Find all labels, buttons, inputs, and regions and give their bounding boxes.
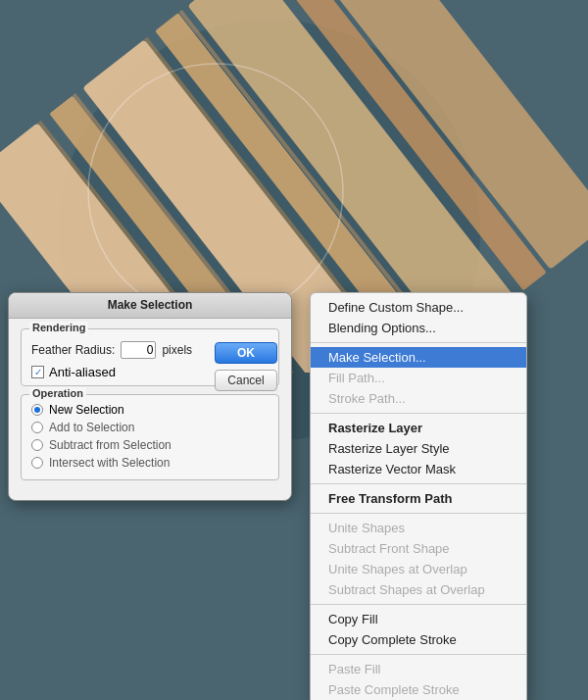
ok-button[interactable]: OK — [215, 342, 277, 364]
dialog-body: Rendering Feather Radius: pixels ✓ Anti-… — [9, 319, 291, 500]
radio-subtract-selection[interactable] — [31, 439, 43, 451]
operation-intersect-selection[interactable]: Intersect with Selection — [31, 456, 269, 470]
menu-separator-3 — [311, 483, 526, 484]
menu-separator-2 — [311, 413, 526, 414]
menu-rasterize-vector-mask[interactable]: Rasterize Vector Mask — [311, 459, 526, 479]
operation-label: Operation — [29, 387, 86, 399]
menu-separator-1 — [311, 342, 526, 343]
menu-paste-fill: Paste Fill — [311, 659, 526, 679]
menu-rasterize-layer[interactable]: Rasterize Layer — [311, 418, 526, 438]
menu-separator-6 — [311, 654, 526, 655]
feather-label: Feather Radius: — [31, 343, 115, 357]
feather-input[interactable] — [121, 341, 156, 359]
operation-new-selection[interactable]: New Selection — [31, 403, 269, 417]
menu-make-selection[interactable]: Make Selection... — [311, 347, 526, 368]
menu-copy-fill[interactable]: Copy Fill — [311, 609, 526, 629]
operation-subtract-selection[interactable]: Subtract from Selection — [31, 438, 269, 452]
dialog-title: Make Selection — [9, 293, 291, 319]
menu-unite-shapes: Unite Shapes — [311, 518, 526, 538]
menu-rasterize-layer-style[interactable]: Rasterize Layer Style — [311, 438, 526, 459]
menu-separator-4 — [311, 513, 526, 514]
menu-copy-complete-stroke[interactable]: Copy Complete Stroke — [311, 629, 526, 650]
menu-paste-complete-stroke: Paste Complete Stroke — [311, 679, 526, 700]
subtract-selection-label: Subtract from Selection — [49, 438, 172, 452]
menu-separator-5 — [311, 604, 526, 605]
menu-fill-path: Fill Path... — [311, 368, 526, 388]
make-selection-dialog: Make Selection Rendering Feather Radius:… — [8, 292, 292, 501]
radio-intersect-selection[interactable] — [31, 457, 43, 469]
menu-unite-shapes-overlap: Unite Shapes at Overlap — [311, 559, 526, 579]
new-selection-label: New Selection — [49, 403, 124, 417]
cancel-button[interactable]: Cancel — [215, 370, 277, 391]
menu-subtract-shapes-overlap: Subtract Shapes at Overlap — [311, 579, 526, 600]
menu-blending-options[interactable]: Blending Options... — [311, 318, 526, 338]
operation-add-selection[interactable]: Add to Selection — [31, 421, 269, 434]
add-selection-label: Add to Selection — [49, 421, 134, 434]
context-menu: Define Custom Shape... Blending Options.… — [310, 292, 527, 700]
dialog-buttons: OK Cancel — [215, 342, 277, 391]
feather-row: Feather Radius: pixels — [31, 341, 200, 359]
menu-free-transform-path[interactable]: Free Transform Path — [311, 488, 526, 509]
menu-stroke-path: Stroke Path... — [311, 388, 526, 409]
pixels-label: pixels — [162, 343, 192, 357]
anti-alias-label: Anti-aliased — [49, 365, 116, 379]
rendering-label: Rendering — [29, 322, 88, 333]
anti-alias-row: ✓ Anti-aliased — [31, 365, 200, 379]
menu-define-custom-shape[interactable]: Define Custom Shape... — [311, 297, 526, 318]
anti-alias-checkbox[interactable]: ✓ — [31, 366, 44, 378]
radio-add-selection[interactable] — [31, 422, 43, 433]
radio-new-selection[interactable] — [31, 404, 43, 416]
intersect-selection-label: Intersect with Selection — [49, 456, 170, 470]
operation-section: Operation New Selection Add to Selection… — [21, 394, 279, 480]
menu-subtract-front-shape: Subtract Front Shape — [311, 538, 526, 559]
